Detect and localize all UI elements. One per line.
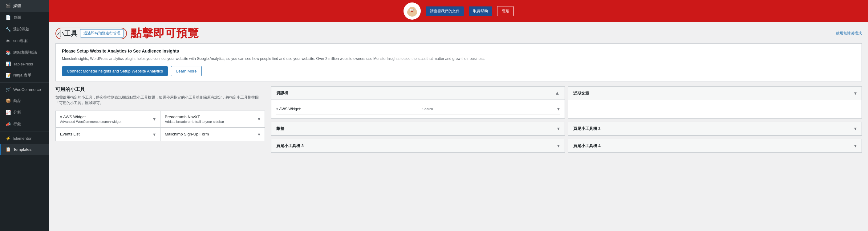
available-widgets-desc: 如需啟用指定的小工具，將它拖拉到資訊欄或點擊小工具標題；如需停用指定的小工具並刪… (56, 94, 265, 106)
sidebar-info-chevron: ▲ (555, 90, 560, 96)
sidebar-info-widget-aws[interactable]: » AWS Widget: Search... ▾ (276, 104, 560, 115)
widget-mailchimp-info: Mailchimp Sign-Up Form (165, 132, 209, 137)
sidebar-info-header[interactable]: 資訊欄 ▲ (271, 87, 565, 100)
sidebar-item-marketing[interactable]: 📣 行銷 (0, 118, 49, 130)
sidebar-item-label: Elementor (13, 136, 45, 141)
widgets-title-row: 小工具 透過即時預覽進行管理 點擊即可預覽 (56, 26, 199, 41)
widget-breadcrumb-info: Breadcrumb NavXT Adds a breadcrumb trail… (165, 115, 224, 123)
analytics-notice-title: Please Setup Website Analytics to See Au… (62, 48, 856, 53)
sidebar-item-label: seo專案 (13, 38, 45, 44)
preview-big-text: 點擊即可預覽 (131, 26, 199, 41)
sidebar-recent-chevron: ▾ (854, 90, 857, 96)
sidebar-panel-archive: 彙整 ▾ (271, 122, 565, 136)
woocommerce-icon: 🛒 (5, 87, 11, 92)
widget-breadcrumb[interactable]: Breadcrumb NavXT Adds a breadcrumb trail… (160, 111, 265, 127)
templates-icon: 📋 (5, 147, 11, 152)
sidebar-recent-header[interactable]: 近期文章 ▾ (568, 87, 862, 100)
sidebar-archive-chevron: ▾ (557, 126, 560, 131)
svg-point-6 (411, 11, 413, 12)
docs-button[interactable]: 請查看我們的文件 (426, 6, 464, 16)
pages-icon: 📄 (5, 15, 11, 20)
sidebar-item-label: 商品 (13, 98, 45, 104)
widget-breadcrumb-chevron: ▾ (258, 116, 260, 122)
mascot-svg (405, 4, 419, 18)
sidebar-panel-info: 資訊欄 ▲ » AWS Widget: Search... ▾ (271, 86, 565, 119)
sidebar-item-label: Ninja 表單 (13, 73, 45, 78)
sidebar-item-label: 頁面 (13, 15, 45, 20)
footer-4-header[interactable]: 頁尾小工具欄 4 ▾ (568, 139, 862, 153)
mascot-avatar (404, 2, 421, 20)
hide-button[interactable]: 隱藏 (497, 6, 514, 16)
sidebar-item-seo[interactable]: ✱ seo專案 (0, 35, 49, 47)
footer-2-title: 頁尾小工具欄 2 (573, 126, 601, 131)
connect-monsterinsights-button[interactable]: Connect MonsterInsights and Setup Websit… (62, 66, 168, 76)
elementor-icon: ⚡ (5, 136, 11, 141)
footer-4-title: 頁尾小工具欄 4 (573, 143, 601, 149)
sidebar-item-woocommerce[interactable]: 🛒 WooCommerce (0, 84, 49, 95)
manage-preview-button[interactable]: 透過即時預覽進行管理 (80, 29, 124, 37)
widget-mailchimp[interactable]: Mailchimp Sign-Up Form ▾ (160, 127, 265, 141)
marketing-icon: 📣 (5, 122, 11, 126)
sidebar-divider (0, 82, 49, 83)
top-banner: 請查看我們的文件 取得幫助 隱藏 (49, 0, 868, 22)
widget-aws[interactable]: » AWS Widget Advanced WooCommerce search… (56, 111, 160, 127)
sidebar-item-label: 行銷 (13, 121, 45, 127)
sidebar-info-title: 資訊欄 (276, 90, 288, 96)
sidebar-item-elementor[interactable]: ⚡ Elementor (0, 133, 49, 144)
widget-aws-info: » AWS Widget Advanced WooCommerce search… (60, 115, 121, 123)
sidebar-item-label: WooCommerce (13, 87, 45, 92)
sidebar-info-widget-name: » AWS Widget: (276, 107, 301, 111)
help-button[interactable]: 取得幫助 (469, 6, 492, 16)
sidebar-item-analytics[interactable]: 📈 分析 (0, 107, 49, 118)
footer-2-header[interactable]: 頁尾小工具欄 2 ▾ (568, 122, 862, 136)
sidebar-item-label: 測試鴿差 (13, 27, 45, 32)
svg-point-5 (413, 9, 414, 10)
footer-panel-2: 頁尾小工具欄 2 ▾ (568, 122, 862, 136)
sidebar-info-widget-chevron: ▾ (557, 106, 560, 112)
title-highlight: 小工具 透過即時預覽進行管理 (56, 28, 127, 39)
sidebar-item-pages[interactable]: 📄 頁面 (0, 12, 49, 23)
widget-events[interactable]: Events List ▾ (56, 127, 160, 141)
sidebar-item-tablepress[interactable]: 📊 TablePress (0, 59, 49, 69)
sidebar-item-media[interactable]: 🎬 媒體 (0, 0, 49, 12)
ninjaforms-icon: 📝 (5, 73, 11, 78)
sidebar-item-ninjaforms[interactable]: 📝 Ninja 表單 (0, 69, 49, 81)
sidebar-item-webknowledge[interactable]: 📚 網站相關知識 (0, 47, 49, 59)
widget-breadcrumb-name: Breadcrumb NavXT (165, 115, 224, 119)
sidebar-archive-header[interactable]: 彙整 ▾ (271, 122, 565, 136)
products-icon: 📦 (5, 98, 11, 103)
footer-3-header[interactable]: 頁尾小工具欄 3 ▾ (271, 139, 565, 153)
testing-icon: 🔧 (5, 27, 11, 32)
widget-breadcrumb-desc: Adds a breadcrumb trail to your sidebar (165, 120, 224, 123)
widgets-body: 可用的小工具 如需啟用指定的小工具，將它拖拉到資訊欄或點擊小工具標題；如需停用指… (49, 86, 868, 231)
analytics-icon: 📈 (5, 110, 11, 115)
sidebar-item-label: Templates (13, 147, 45, 152)
widget-aws-chevron: ▾ (153, 116, 156, 122)
sidebar-info-widget-label: Search... (422, 107, 436, 111)
sidebar-item-testing[interactable]: 🔧 測試鴿差 (0, 23, 49, 35)
widget-grid: » AWS Widget Advanced WooCommerce search… (56, 111, 265, 141)
analytics-notice: Please Setup Website Analytics to See Au… (56, 43, 862, 81)
footer-3-chevron: ▾ (557, 143, 560, 149)
svg-point-4 (411, 9, 411, 10)
sidebar-item-products[interactable]: 📦 商品 (0, 95, 49, 107)
widget-mailchimp-chevron: ▾ (258, 131, 260, 137)
analytics-notice-desc: MonsterInsights, WordPress analytics plu… (62, 56, 856, 62)
media-icon: 🎬 (5, 3, 11, 8)
accessibility-link[interactable]: 啟用無障礙模式 (836, 31, 862, 36)
footer-panel-4: 頁尾小工具欄 4 ▾ (568, 139, 862, 153)
sidebar-info-body: » AWS Widget: Search... ▾ (271, 100, 565, 118)
footer-3-title: 頁尾小工具欄 3 (276, 143, 304, 149)
footer-4-chevron: ▾ (854, 143, 857, 149)
seo-icon: ✱ (5, 38, 11, 43)
sidebar-item-label: 媒體 (13, 3, 45, 9)
widget-events-chevron: ▾ (153, 131, 156, 137)
sidebar-item-templates[interactable]: 📋 Templates (0, 144, 49, 155)
sidebar-recent-title: 近期文章 (573, 91, 589, 96)
sidebar-item-label: 分析 (13, 110, 45, 115)
sidebar-item-label: 網站相關知識 (13, 50, 45, 55)
sidebar: 🎬 媒體 📄 頁面 🔧 測試鴿差 ✱ seo專案 📚 網站相關知識 📊 Tabl… (0, 0, 49, 231)
available-widgets-title: 可用的小工具 (56, 86, 265, 93)
learn-more-button[interactable]: Learn More (171, 66, 202, 76)
widget-mailchimp-name: Mailchimp Sign-Up Form (165, 132, 209, 137)
